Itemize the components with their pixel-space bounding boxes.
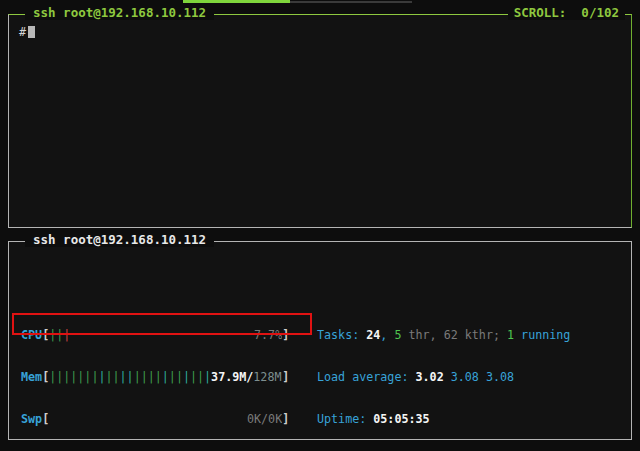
bracket: [ xyxy=(42,412,49,426)
load-5min: 3.08 xyxy=(444,370,479,384)
uptime-value: 05:05:35 xyxy=(373,412,429,426)
bracket: ] xyxy=(282,328,289,342)
mem-bar-seg: | xyxy=(98,370,105,384)
load-15min: 3.08 xyxy=(479,370,514,384)
htop-meters: CPU[|||7.7%] Mem[|||||||||||||||||||||||… xyxy=(21,300,627,451)
cursor-block xyxy=(28,26,35,38)
load-average-line: Load average: 3.02 3.08 3.08 xyxy=(317,370,570,384)
htop-screen: CPU[|||7.7%] Mem[|||||||||||||||||||||||… xyxy=(9,242,631,451)
bracket: ] xyxy=(282,412,289,426)
uptime-line: Uptime: 05:05:35 xyxy=(317,412,570,426)
mem-meter-label: Mem xyxy=(21,370,42,384)
bracket: [ xyxy=(42,328,49,342)
tasks-running-label: running xyxy=(514,328,570,342)
uptime-label: Uptime: xyxy=(317,412,373,426)
mem-bar-seg: | xyxy=(162,370,169,384)
load-label: Load average: xyxy=(317,370,416,384)
mem-bar-seg: |||| xyxy=(134,370,162,384)
tasks-count: 24 xyxy=(366,328,380,342)
cpu-meter: CPU[|||7.7%] xyxy=(21,328,303,342)
tasks-sep: , xyxy=(380,328,394,342)
cpu-percent: 7.7% xyxy=(254,328,282,342)
mem-bar-seg: ||||||| xyxy=(49,370,98,384)
pane-ssh-shell[interactable]: ssh root@192.168.10.112 SCROLL: 0/102 # xyxy=(8,14,632,228)
top-progress-track xyxy=(290,1,412,3)
swap-meter-label: Swp xyxy=(21,412,42,426)
tasks-kthreads: thr, 62 kthr; xyxy=(401,328,507,342)
mem-bar-seg: || xyxy=(105,370,119,384)
scroll-indicator: SCROLL: 0/102 xyxy=(508,6,625,20)
top-progress-strip xyxy=(183,0,290,3)
mem-meter: Mem[|||||||||||||||||||||||37.9M/128M] xyxy=(21,370,303,384)
cpu-bar-green: || xyxy=(49,328,63,342)
swap-value: 0K/0K xyxy=(247,412,282,426)
tasks-line: Tasks: 24, 5 thr, 62 kthr; 1 running xyxy=(317,328,570,342)
cpu-meter-label: CPU xyxy=(21,328,42,342)
mem-bar-seg: | xyxy=(204,370,211,384)
shell-prompt: # xyxy=(19,25,26,39)
cpu-bar-red: | xyxy=(63,328,70,342)
pane-htop[interactable]: ssh root@192.168.10.112 CPU[|||7.7%] Mem… xyxy=(8,241,632,440)
load-1min: 3.02 xyxy=(416,370,444,384)
htop-stats: Tasks: 24, 5 thr, 62 kthr; 1 running Loa… xyxy=(317,300,570,451)
swap-meter: Swp[0K/0K] xyxy=(21,412,303,426)
top-pane-title: ssh root@192.168.10.112 xyxy=(25,6,214,20)
mem-bar-seg: | xyxy=(183,370,190,384)
bracket: [ xyxy=(42,370,49,384)
mem-bar-seg: || xyxy=(190,370,204,384)
mem-total-value: 128M xyxy=(253,370,281,384)
tasks-label: Tasks: xyxy=(317,328,366,342)
mem-bar-seg: || xyxy=(120,370,134,384)
mem-bar-seg: || xyxy=(169,370,183,384)
bracket: ] xyxy=(282,370,289,384)
mem-used-value: 37.9M/ xyxy=(211,370,253,384)
